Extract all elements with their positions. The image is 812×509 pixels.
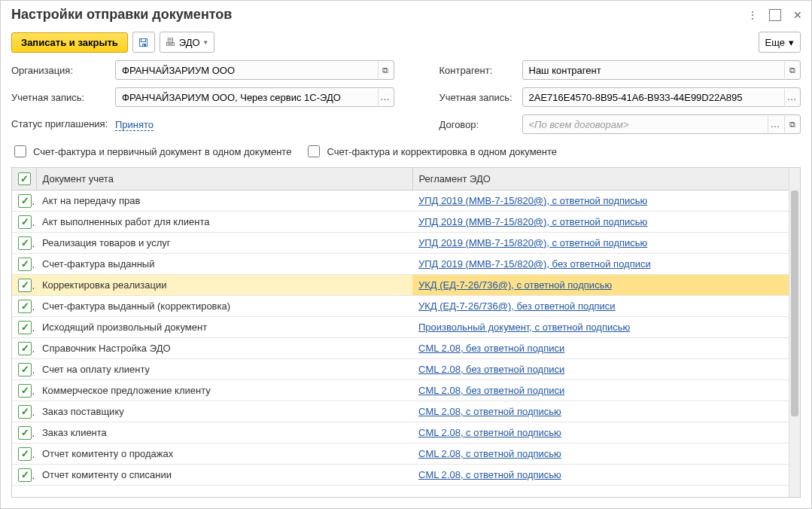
more-label: Еще (765, 37, 785, 48)
table-row[interactable]: ✓Акт выполненных работ для клиентаУПД 20… (12, 212, 789, 233)
row-reg-link[interactable]: УПД 2019 (ММВ-7-15/820@), с ответной под… (418, 216, 647, 227)
org-popout[interactable]: ⧉ (378, 62, 393, 78)
edo-label: ЭДО (179, 37, 200, 48)
check-icon: ✓ (18, 468, 32, 482)
row-reg-cell: УПД 2019 (ММВ-7-15/820@), с ответной под… (412, 233, 789, 254)
row-reg-link[interactable]: CML 2.08, без ответной подписи (418, 364, 564, 375)
window: Настройки отправки документов ⋮ ✕ Записа… (0, 0, 812, 509)
table-row[interactable]: ✓Счет-фактура выданныйУПД 2019 (ММВ-7-15… (12, 254, 789, 275)
cb2-checkbox[interactable] (308, 145, 320, 157)
contract-popout[interactable]: ⧉ (784, 116, 799, 133)
row-doc-cell: Счет-фактура выданный (корректировка) (36, 296, 412, 317)
account2-input[interactable] (522, 87, 801, 107)
row-reg-link[interactable]: УКД (ЕД-7-26/736@), с ответной подписью (418, 279, 612, 291)
row-reg-link[interactable]: CML 2.08, с ответной подписью (418, 427, 561, 438)
cb1-item[interactable]: Счет-фактура и первичный документ в одно… (11, 143, 291, 160)
scrollbar-thumb[interactable] (791, 190, 798, 416)
row-check-cell[interactable]: ✓ (12, 465, 36, 486)
table-row[interactable]: ✓Счет на оплату клиентуCML 2.08, без отв… (12, 359, 789, 380)
row-reg-link[interactable]: УКД (ЕД-7-26/736@), без ответной подписи (418, 300, 616, 312)
row-reg-link[interactable]: УПД 2019 (ММВ-7-15/820@), с ответной под… (418, 237, 647, 248)
checkbox-row: Счет-фактура и первичный документ в одно… (1, 139, 811, 167)
check-icon: ✓ (18, 279, 32, 292)
check-icon: ✓ (18, 258, 32, 271)
row-reg-link[interactable]: CML 2.08, с ответной подписью (418, 469, 561, 480)
col-check[interactable]: ✓ (12, 168, 36, 190)
table-row[interactable]: ✓Реализация товаров и услугУПД 2019 (ММВ… (12, 233, 789, 254)
table-row[interactable]: ✓Коммерческое предложение клиентуCML 2.0… (12, 380, 789, 401)
more-button[interactable]: Еще ▾ (759, 32, 801, 53)
col-doc[interactable]: Документ учета (36, 168, 412, 190)
check-icon: ✓ (18, 405, 32, 419)
row-reg-link[interactable]: CML 2.08, без ответной подписи (418, 343, 564, 354)
table-row[interactable]: ✓Счет-фактура выданный (корректировка)УК… (12, 296, 789, 317)
cb1-checkbox[interactable] (14, 145, 26, 157)
contragent-popout[interactable]: ⧉ (784, 62, 799, 78)
row-doc-cell: Счет-фактура выданный (36, 254, 412, 275)
table-wrap: ✓ Документ учета Регламент ЭДО ✓Акт на п… (11, 167, 801, 498)
col-reg[interactable]: Регламент ЭДО (412, 168, 789, 190)
account-label: Учетная запись: (11, 92, 108, 103)
row-reg-link[interactable]: CML 2.08, с ответной подписью (418, 448, 561, 459)
cb2-item[interactable]: Счет-фактура и корректировка в одном док… (305, 143, 557, 160)
row-doc-cell: Отчет комитенту о списании (36, 465, 412, 486)
org-input[interactable] (115, 60, 394, 80)
kebab-icon[interactable]: ⋮ (747, 9, 759, 21)
row-reg-link[interactable]: УПД 2019 (ММВ-7-15/820@), без ответной п… (418, 258, 651, 270)
account2-input-wrap: … (522, 87, 801, 107)
table-row[interactable]: ✓Заказ поставщикуCML 2.08, с ответной по… (12, 401, 789, 422)
row-check-cell[interactable]: ✓ (12, 212, 36, 233)
row-doc-cell: Исходящий произвольный документ (36, 317, 412, 338)
form-grid: Организация: ⧉ Контрагент: ⧉ Учетная зап… (1, 60, 811, 139)
dots-icon: … (771, 120, 781, 128)
row-reg-link[interactable]: CML 2.08, без ответной подписи (418, 385, 564, 396)
scrollbar[interactable] (789, 168, 800, 497)
table-row[interactable]: ✓Отчет комитенту о продажахCML 2.08, с о… (12, 443, 789, 465)
row-reg-cell: УКД (ЕД-7-26/736@), с ответной подписью (412, 275, 789, 296)
table-row[interactable]: ✓Корректировка реализацииУКД (ЕД-7-26/73… (12, 275, 789, 296)
maximize-icon[interactable] (769, 9, 781, 21)
row-check-cell[interactable]: ✓ (12, 422, 36, 443)
row-check-cell[interactable]: ✓ (12, 233, 36, 254)
row-reg-link[interactable]: УПД 2019 (ММВ-7-15/820@), с ответной под… (418, 195, 647, 206)
close-icon[interactable]: ✕ (792, 9, 804, 21)
save-close-button[interactable]: Записать и закрыть (11, 32, 128, 53)
row-doc-cell: Реализация товаров и услуг (36, 233, 412, 254)
table-row[interactable]: ✓Заказ клиентаCML 2.08, с ответной подпи… (12, 422, 789, 443)
status-link[interactable]: Принято (115, 119, 154, 131)
edo-dropdown[interactable]: 🖶 ЭДО ▾ (160, 32, 214, 53)
table-row[interactable]: ✓Исходящий произвольный документПроизвол… (12, 317, 789, 338)
row-check-cell[interactable]: ✓ (12, 380, 36, 401)
account-more[interactable]: … (378, 89, 393, 105)
table-row[interactable]: ✓Справочник Настройка ЭДОCML 2.08, без о… (12, 338, 789, 359)
row-reg-cell: CML 2.08, с ответной подписью (412, 465, 789, 486)
chevron-down-icon: ▾ (789, 37, 794, 48)
check-icon: ✓ (18, 194, 32, 208)
table-scroll[interactable]: ✓ Документ учета Регламент ЭДО ✓Акт на п… (12, 168, 789, 497)
org-label: Организация: (11, 65, 108, 76)
cb2-label: Счет-фактура и корректировка в одном док… (327, 146, 557, 157)
row-doc-cell: Справочник Настройка ЭДО (36, 338, 412, 359)
row-check-cell[interactable]: ✓ (12, 401, 36, 422)
row-check-cell[interactable]: ✓ (12, 296, 36, 317)
popout-icon: ⧉ (789, 66, 795, 75)
contract-more[interactable]: … (768, 116, 783, 133)
contract-input[interactable] (522, 114, 801, 134)
row-check-cell[interactable]: ✓ (12, 254, 36, 275)
row-check-cell[interactable]: ✓ (12, 190, 36, 212)
row-check-cell[interactable]: ✓ (12, 359, 36, 380)
chevron-down-icon: ▾ (204, 38, 208, 46)
row-check-cell[interactable]: ✓ (12, 317, 36, 338)
row-check-cell[interactable]: ✓ (12, 275, 36, 296)
save-button[interactable]: 🖫 (132, 32, 155, 53)
table-row[interactable]: ✓Отчет комитенту о списанииCML 2.08, с о… (12, 465, 789, 486)
row-reg-link[interactable]: CML 2.08, с ответной подписью (418, 406, 561, 417)
table-row[interactable]: ✓Акт на передачу правУПД 2019 (ММВ-7-15/… (12, 190, 789, 212)
row-check-cell[interactable]: ✓ (12, 443, 36, 465)
row-reg-cell: CML 2.08, без ответной подписи (412, 380, 789, 401)
account2-more[interactable]: … (784, 89, 799, 105)
account-input[interactable] (115, 87, 394, 107)
row-reg-link[interactable]: Произвольный документ, с ответной подпис… (418, 322, 630, 333)
contragent-input[interactable] (522, 60, 801, 80)
row-check-cell[interactable]: ✓ (12, 338, 36, 359)
